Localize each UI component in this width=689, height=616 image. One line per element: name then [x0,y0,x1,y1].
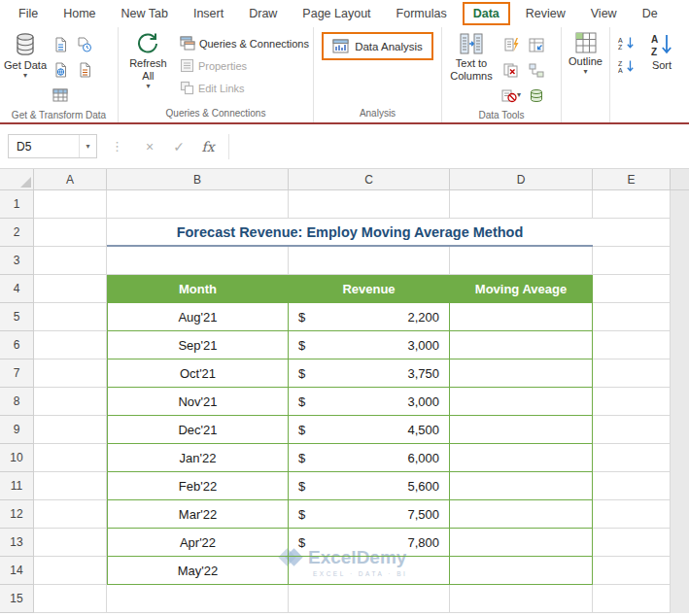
column-header-e[interactable]: E [593,169,671,189]
row-header-14[interactable]: 14 [0,557,34,585]
from-table-range-button[interactable] [52,88,68,102]
table-header-month[interactable]: Month [107,275,289,303]
row-header-12[interactable]: 12 [0,500,34,529]
cell-moving-average[interactable] [450,416,593,444]
get-data-button[interactable]: Get Data ▾ [2,29,49,80]
cell-month[interactable]: Mar'22 [107,500,289,529]
text-to-columns-button[interactable]: Text to Columns [444,29,499,83]
sort-descending-button[interactable]: Z A [618,59,636,73]
tab-formulas[interactable]: Formulas [384,2,460,25]
cancel-icon[interactable]: × [135,139,164,154]
row-header-4[interactable]: 4 [0,275,34,303]
cell-month[interactable]: Jan'22 [107,444,289,472]
outline-button[interactable]: Outline ▾ [566,29,606,76]
relationships-button[interactable] [529,63,544,78]
column-header-c[interactable]: C [289,169,450,189]
recent-sources-button[interactable] [77,37,92,52]
row-header-7[interactable]: 7 [0,359,34,388]
edit-links-button[interactable]: Edit Links [180,81,309,95]
tab-home[interactable]: Home [51,2,108,25]
name-box[interactable]: D5 ▾ [8,134,97,158]
remove-duplicates-button[interactable] [503,63,519,78]
tab-page-layout[interactable]: Page Layout [290,2,383,25]
table-header-revenue[interactable]: Revenue [289,275,450,303]
cell-revenue[interactable]: $7,800 [289,529,450,557]
insert-function-icon[interactable]: fx [193,139,223,154]
refresh-all-button[interactable]: Refresh All ▾ [121,29,176,90]
tab-draw[interactable]: Draw [236,2,290,25]
cell-revenue[interactable]: $2,200 [289,303,450,331]
svg-text:A: A [618,37,623,44]
cell-revenue[interactable] [289,557,450,585]
tab-insert[interactable]: Insert [181,2,236,25]
enter-icon[interactable]: ✓ [164,139,193,154]
from-web-button[interactable] [53,62,68,78]
tab-view[interactable]: View [578,2,630,25]
cell-month[interactable]: Sep'21 [107,331,289,359]
cell-revenue[interactable]: $5,600 [289,472,450,500]
cell-moving-average[interactable] [450,359,593,388]
cell-moving-average[interactable] [450,500,593,529]
cell-revenue[interactable]: $7,500 [289,500,450,529]
chevron-down-icon[interactable]: ▾ [80,142,96,151]
sheet-title-cell[interactable]: Forecast Revenue: Employ Moving Average … [107,219,593,247]
properties-button[interactable]: Properties [180,58,309,73]
sort-button[interactable]: A Z Sort [639,29,684,72]
tab-de[interactable]: De [630,2,671,25]
data-validation-button[interactable]: ▾ [501,88,521,103]
row-header-8[interactable]: 8 [0,388,34,416]
from-text-csv-button[interactable] [53,37,68,52]
cell-moving-average[interactable] [450,557,593,585]
cell-revenue[interactable]: $4,500 [289,416,450,444]
cell-month[interactable]: May'22 [107,557,289,585]
row-header-2[interactable]: 2 [0,219,34,247]
cell-revenue[interactable]: $3,000 [289,388,450,416]
tab-new-tab[interactable]: New Tab [109,2,181,25]
cell-month[interactable]: Apr'22 [107,529,289,557]
queries-connections-button[interactable]: Queries & Connections [180,36,309,51]
column-header-b[interactable]: B [107,169,289,189]
cell-revenue[interactable]: $3,750 [289,359,450,388]
group-data-tools: Text to Columns [442,27,562,122]
row-header-11[interactable]: 11 [0,472,34,500]
data-analysis-button[interactable]: Data Analysis [322,32,433,60]
flash-fill-button[interactable] [504,37,519,52]
row-header-15[interactable]: 15 [0,585,34,613]
row-header-1[interactable]: 1 [0,190,34,219]
row-header-10[interactable]: 10 [0,444,34,472]
consolidate-button[interactable] [529,38,544,52]
cells-area[interactable]: ExcelDemy EXCEL · DATA · BI Forecast Rev… [34,190,689,613]
existing-connections-button[interactable] [78,62,92,78]
tab-review[interactable]: Review [513,2,578,25]
cell-revenue[interactable]: $6,000 [289,444,450,472]
column-header-a[interactable]: A [34,169,107,189]
manage-data-model-button[interactable] [529,88,544,103]
row-header-13[interactable]: 13 [0,529,34,557]
table-header-moving-aveage[interactable]: Moving Aveage [450,275,593,303]
revenue-value: 7,800 [407,535,439,550]
cell-moving-average[interactable] [450,529,593,557]
cell-revenue[interactable]: $3,000 [289,331,450,359]
cell-moving-average[interactable] [450,331,593,359]
formula-input[interactable] [228,134,689,159]
column-header-d[interactable]: D [450,169,593,189]
cell-month[interactable]: Nov'21 [107,388,289,416]
cell-moving-average[interactable] [450,472,593,500]
cell-month[interactable]: Dec'21 [107,416,289,444]
cell-month[interactable]: Aug'21 [107,303,289,331]
cell-month[interactable]: Feb'22 [107,472,289,500]
row-header-5[interactable]: 5 [0,303,34,331]
row-header-6[interactable]: 6 [0,331,34,359]
cell-moving-average[interactable] [450,303,593,331]
tab-file[interactable]: File [6,2,51,25]
cell-moving-average[interactable] [450,444,593,472]
tab-data[interactable]: Data [463,2,510,25]
cell-moving-average[interactable] [450,388,593,416]
cell-month[interactable]: Oct'21 [107,359,289,388]
row-header-3[interactable]: 3 [0,247,34,275]
select-all-corner[interactable] [0,169,34,189]
row-headers: 123456789101112131415 [0,190,34,613]
row-header-9[interactable]: 9 [0,416,34,444]
sort-ascending-button[interactable]: A Z [618,36,636,50]
currency-symbol: $ [298,394,305,409]
